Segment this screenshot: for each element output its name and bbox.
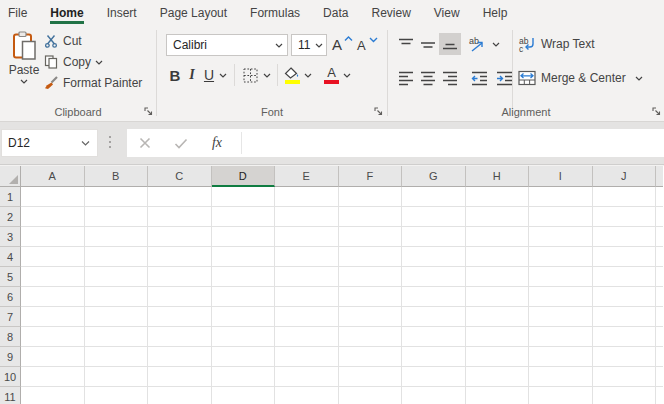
cell-J6[interactable]: [593, 287, 657, 307]
column-header-F[interactable]: F: [339, 166, 403, 187]
cell-H4[interactable]: [466, 247, 530, 267]
row-header-10[interactable]: 10: [0, 367, 21, 387]
cell-I7[interactable]: [529, 307, 593, 327]
tab-page-layout[interactable]: Page Layout: [160, 0, 227, 26]
cell-E3[interactable]: [275, 227, 339, 247]
cell-J1[interactable]: [593, 187, 657, 207]
cell-H10[interactable]: [466, 367, 530, 387]
tab-home[interactable]: Home: [50, 0, 83, 26]
cell-partial[interactable]: [656, 387, 663, 404]
cell-C9[interactable]: [148, 347, 212, 367]
column-header-B[interactable]: B: [85, 166, 149, 187]
cell-H1[interactable]: [466, 187, 530, 207]
cell-D3[interactable]: [212, 227, 276, 247]
cell-F11[interactable]: [339, 387, 403, 404]
cell-J9[interactable]: [593, 347, 657, 367]
cell-C7[interactable]: [148, 307, 212, 327]
cell-A9[interactable]: [21, 347, 85, 367]
cell-H3[interactable]: [466, 227, 530, 247]
cell-F4[interactable]: [339, 247, 403, 267]
alignment-dialog-launcher[interactable]: [651, 106, 662, 117]
cell-E10[interactable]: [275, 367, 339, 387]
cell-C10[interactable]: [148, 367, 212, 387]
cell-G3[interactable]: [402, 227, 466, 247]
cell-B7[interactable]: [85, 307, 149, 327]
cell-partial[interactable]: [656, 347, 663, 367]
cell-H9[interactable]: [466, 347, 530, 367]
italic-button[interactable]: I: [184, 67, 200, 83]
copy-button[interactable]: Copy: [44, 54, 103, 70]
cell-F6[interactable]: [339, 287, 403, 307]
row-header-11[interactable]: 11: [0, 387, 21, 404]
cell-B9[interactable]: [85, 347, 149, 367]
cell-A7[interactable]: [21, 307, 85, 327]
tab-review[interactable]: Review: [371, 0, 410, 26]
tab-view[interactable]: View: [434, 0, 460, 26]
cell-B4[interactable]: [85, 247, 149, 267]
select-all-corner[interactable]: [0, 166, 21, 187]
decrease-indent-button[interactable]: [468, 67, 490, 89]
row-header-6[interactable]: 6: [0, 287, 21, 307]
cell-J4[interactable]: [593, 247, 657, 267]
column-header-G[interactable]: G: [402, 166, 466, 187]
underline-button[interactable]: U: [200, 67, 218, 83]
font-dialog-launcher[interactable]: [373, 106, 384, 117]
column-header-I[interactable]: I: [529, 166, 593, 187]
cell-I8[interactable]: [529, 327, 593, 347]
cell-J8[interactable]: [593, 327, 657, 347]
cell-I10[interactable]: [529, 367, 593, 387]
cell-H6[interactable]: [466, 287, 530, 307]
cell-G1[interactable]: [402, 187, 466, 207]
cell-A11[interactable]: [21, 387, 85, 404]
merge-center-dropdown-chevron[interactable]: [635, 76, 643, 81]
wrap-text-button[interactable]: ab c Wrap Text: [518, 34, 595, 54]
cell-B6[interactable]: [85, 287, 149, 307]
cell-G10[interactable]: [402, 367, 466, 387]
fill-color-button[interactable]: [284, 67, 300, 84]
cell-F5[interactable]: [339, 267, 403, 287]
font-name-combo[interactable]: Calibri: [166, 34, 288, 56]
cell-B2[interactable]: [85, 207, 149, 227]
cut-button[interactable]: Cut: [44, 33, 82, 49]
column-header-J[interactable]: J: [593, 166, 657, 187]
cell-C2[interactable]: [148, 207, 212, 227]
cell-H8[interactable]: [466, 327, 530, 347]
cell-I9[interactable]: [529, 347, 593, 367]
cell-I1[interactable]: [529, 187, 593, 207]
tab-data[interactable]: Data: [323, 0, 348, 26]
cell-partial[interactable]: [656, 307, 663, 327]
cell-partial[interactable]: [656, 367, 663, 387]
cell-G5[interactable]: [402, 267, 466, 287]
enter-button[interactable]: [163, 138, 199, 149]
cell-A1[interactable]: [21, 187, 85, 207]
underline-dropdown-chevron[interactable]: [219, 73, 227, 78]
cell-E11[interactable]: [275, 387, 339, 404]
cell-J2[interactable]: [593, 207, 657, 227]
grow-font-button[interactable]: A: [331, 34, 353, 56]
cell-partial[interactable]: [656, 207, 663, 227]
cell-F1[interactable]: [339, 187, 403, 207]
column-header-A[interactable]: A: [21, 166, 85, 187]
row-header-3[interactable]: 3: [0, 227, 21, 247]
cell-B11[interactable]: [85, 387, 149, 404]
column-header-E[interactable]: E: [275, 166, 339, 187]
cell-E7[interactable]: [275, 307, 339, 327]
cell-partial[interactable]: [656, 267, 663, 287]
format-painter-button[interactable]: Format Painter: [44, 75, 142, 91]
cell-F10[interactable]: [339, 367, 403, 387]
cell-A4[interactable]: [21, 247, 85, 267]
cell-J3[interactable]: [593, 227, 657, 247]
cell-D10[interactable]: [212, 367, 276, 387]
name-box-resize-handle[interactable]: [109, 136, 111, 148]
cell-B3[interactable]: [85, 227, 149, 247]
cell-E1[interactable]: [275, 187, 339, 207]
cell-G6[interactable]: [402, 287, 466, 307]
cell-I4[interactable]: [529, 247, 593, 267]
cell-B10[interactable]: [85, 367, 149, 387]
cell-I5[interactable]: [529, 267, 593, 287]
cell-D11[interactable]: [212, 387, 276, 404]
borders-icon[interactable]: [242, 67, 259, 84]
cell-D2[interactable]: [212, 207, 276, 227]
cell-D5[interactable]: [212, 267, 276, 287]
cell-I3[interactable]: [529, 227, 593, 247]
